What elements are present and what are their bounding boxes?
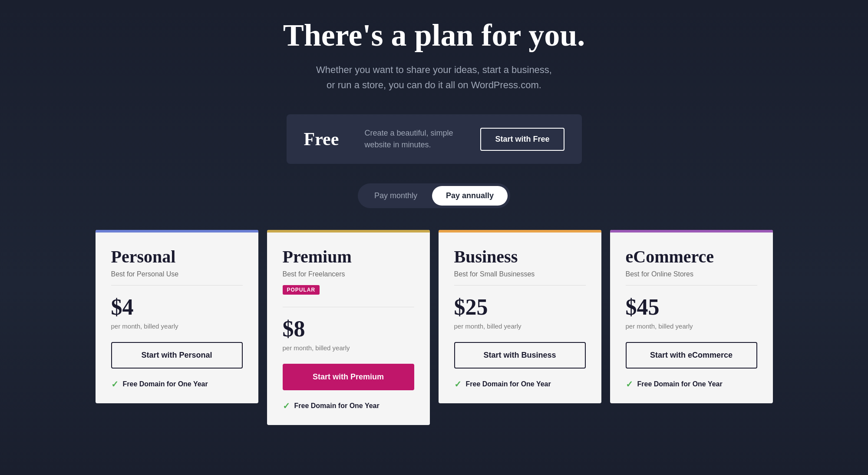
plan-name-ecommerce: eCommerce <box>626 246 757 267</box>
plan-feature-premium: ✓ Free Domain for One Year <box>283 401 414 411</box>
check-icon: ✓ <box>283 401 290 411</box>
plan-feature-label-ecommerce: Free Domain for One Year <box>637 380 723 388</box>
check-icon: ✓ <box>626 379 633 389</box>
plan-billing-personal: per month, billed yearly <box>111 322 243 330</box>
plans-grid: Personal Best for Personal Use $4 per mo… <box>96 230 773 425</box>
plan-price-premium: $8 <box>283 316 414 342</box>
plan-card-business: Business Best for Small Businesses $25 p… <box>439 230 601 403</box>
plan-feature-label-personal: Free Domain for One Year <box>123 380 208 388</box>
pay-monthly-button[interactable]: Pay monthly <box>360 186 431 206</box>
free-plan-description: Create a beautiful, simple website in mi… <box>365 127 463 151</box>
plan-feature-ecommerce: ✓ Free Domain for One Year <box>626 379 757 389</box>
plan-tagline-premium: Best for Freelancers <box>283 270 414 278</box>
plan-cta-personal[interactable]: Start with Personal <box>111 342 243 369</box>
plan-divider-premium <box>283 307 414 307</box>
plan-price-business: $25 <box>454 294 586 320</box>
billing-toggle: Pay monthly Pay annually <box>358 183 510 208</box>
plan-feature-personal: ✓ Free Domain for One Year <box>111 379 243 389</box>
plan-feature-label-business: Free Domain for One Year <box>466 380 551 388</box>
plan-tagline-ecommerce: Best for Online Stores <box>626 270 757 278</box>
plan-divider-ecommerce <box>626 285 757 286</box>
hero-subtitle: Whether you want to share your ideas, st… <box>283 62 585 93</box>
plan-cta-business[interactable]: Start with Business <box>454 342 586 369</box>
popular-badge: POPULAR <box>283 285 320 295</box>
plan-billing-business: per month, billed yearly <box>454 322 586 330</box>
plan-cta-premium[interactable]: Start with Premium <box>283 364 414 390</box>
plan-card-ecommerce: eCommerce Best for Online Stores $45 per… <box>610 230 773 403</box>
plan-divider-business <box>454 285 586 286</box>
plan-tagline-personal: Best for Personal Use <box>111 270 243 278</box>
plan-name-business: Business <box>454 246 586 267</box>
plan-cta-ecommerce[interactable]: Start with eCommerce <box>626 342 757 369</box>
plan-price-ecommerce: $45 <box>626 294 757 320</box>
plan-feature-business: ✓ Free Domain for One Year <box>454 379 586 389</box>
plan-billing-ecommerce: per month, billed yearly <box>626 322 757 330</box>
plan-divider-personal <box>111 285 243 286</box>
plan-price-personal: $4 <box>111 294 243 320</box>
start-free-button[interactable]: Start with Free <box>480 128 564 151</box>
plan-card-personal: Personal Best for Personal Use $4 per mo… <box>96 230 258 403</box>
check-icon: ✓ <box>454 379 462 389</box>
plan-body-business: Business Best for Small Businesses $25 p… <box>439 233 601 403</box>
free-plan-name: Free <box>304 129 347 149</box>
plan-name-premium: Premium <box>283 246 414 267</box>
plan-card-premium: Premium Best for Freelancers POPULAR $8 … <box>267 230 430 425</box>
plan-billing-premium: per month, billed yearly <box>283 344 414 352</box>
hero-section: There's a plan for you. Whether you want… <box>283 17 585 93</box>
plan-feature-label-premium: Free Domain for One Year <box>294 402 380 410</box>
check-icon: ✓ <box>111 379 119 389</box>
plan-body-ecommerce: eCommerce Best for Online Stores $45 per… <box>610 233 773 403</box>
page-container: There's a plan for you. Whether you want… <box>0 0 868 475</box>
plan-body-premium: Premium Best for Freelancers POPULAR $8 … <box>267 233 430 425</box>
plan-tagline-business: Best for Small Businesses <box>454 270 586 278</box>
free-plan-banner: Free Create a beautiful, simple website … <box>287 114 582 164</box>
plan-body-personal: Personal Best for Personal Use $4 per mo… <box>96 233 258 403</box>
pay-annually-button[interactable]: Pay annually <box>432 186 508 206</box>
plan-name-personal: Personal <box>111 246 243 267</box>
hero-title: There's a plan for you. <box>283 17 585 53</box>
